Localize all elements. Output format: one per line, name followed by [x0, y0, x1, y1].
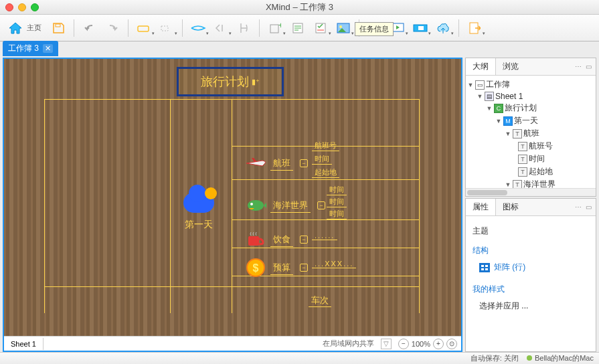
outline-tree[interactable]: ▼▭工作簿 ▼▤Sheet 1 ▼C旅行计划 ▼M第一天 ▼T航班 T航班号 T… — [466, 76, 596, 188]
svg-rect-3 — [270, 25, 278, 33]
share-status: 在局域网内共享 — [323, 339, 378, 349]
fish-icon — [245, 196, 266, 215]
tree-origin: T起始地 — [467, 165, 594, 178]
root-label: 旅行计划 — [201, 74, 249, 90]
day-topic[interactable]: 第一天 — [183, 193, 214, 231]
matrix-icon — [479, 263, 490, 272]
sheet-tab[interactable]: Sheet 1 — [4, 338, 44, 350]
day-label: 第一天 — [183, 219, 214, 231]
svg-rect-1 — [138, 26, 149, 31]
svg-point-14 — [248, 200, 264, 211]
undo-button[interactable] — [80, 19, 100, 37]
topic-button[interactable]: ▾ — [134, 19, 154, 37]
relationship-button[interactable]: ▾ — [188, 19, 208, 37]
structure-row: 结构 — [473, 242, 589, 259]
insert-button[interactable]: +▾ — [265, 19, 285, 37]
file-tab[interactable]: 工作簿 3 ✕ — [3, 41, 58, 56]
save-button[interactable] — [48, 19, 68, 37]
boundary-button[interactable]: ▾ — [211, 19, 231, 37]
collapse-icon[interactable]: − — [300, 264, 308, 272]
canvas-area: 旅行计划 ▮⁺ 第一天 航班 − 航班号 时间 起始地 海洋世界 − — [3, 58, 462, 352]
window-title: XMind – 工作簿 3 — [0, 1, 599, 13]
svg-rect-16 — [248, 236, 259, 246]
matrix-option[interactable]: 矩阵 (行) — [473, 259, 589, 276]
ocean-sub-0[interactable]: 时间 — [327, 185, 347, 195]
tree-workbook: ▼▭工作簿 — [467, 78, 594, 91]
ocean-sub-2[interactable]: 时间 — [327, 209, 347, 219]
fit-button[interactable]: ⊙ — [446, 339, 457, 349]
tree-day: ▼M第一天 — [467, 114, 594, 127]
file-tab-label: 工作簿 3 — [8, 43, 39, 54]
ocean-sub-1[interactable]: 时间 — [327, 197, 347, 207]
autosave-status: 自动保存: 关闭 — [470, 353, 519, 363]
mindmap-canvas[interactable]: 旅行计划 ▮⁺ 第一天 航班 − 航班号 时间 起始地 海洋世界 − — [4, 59, 461, 336]
cup-icon — [245, 230, 266, 249]
tab-props[interactable]: 属性 — [466, 199, 496, 215]
collapse-icon[interactable]: − — [300, 159, 308, 167]
tab-outline[interactable]: 大纲 — [466, 58, 496, 75]
subtopic-button[interactable]: ▾ — [157, 19, 177, 37]
tree-ocean: ▼T海洋世界 — [467, 178, 594, 188]
apply-style[interactable]: 选择并应用 ... — [473, 298, 589, 314]
mystyle-row: 我的样式 — [473, 281, 589, 298]
collapse-icon[interactable]: − — [300, 236, 308, 244]
budget-topic[interactable]: $ 预算 − — [245, 258, 308, 277]
online-dot-icon — [527, 355, 532, 361]
panel-min-icon[interactable]: ▭ — [586, 63, 592, 70]
flight-sub-2[interactable]: 起始地 — [312, 167, 339, 178]
topic-heading: 主题 — [473, 225, 589, 237]
food-topic[interactable]: 饮食 − — [245, 230, 308, 249]
tree-sheet: ▼▤Sheet 1 — [467, 91, 594, 102]
tree-time: T时间 — [467, 153, 594, 165]
food-label: 饮食 — [270, 233, 293, 247]
svg-rect-6 — [316, 23, 325, 33]
sheet-bar: Sheet 1 在局域网内共享 ▽ − 100% + ⊙ — [4, 336, 461, 351]
props-panel: 属性 图标 ⋯▭ 主题 结构 矩阵 (行) 我的样式 选择并应用 ... — [465, 198, 596, 352]
zoom-out-button[interactable]: − — [398, 339, 409, 349]
task-info-button[interactable]: ▾ — [311, 19, 331, 37]
tab-browse[interactable]: 浏览 — [496, 58, 525, 75]
root-topic[interactable]: 旅行计划 ▮⁺ — [177, 67, 284, 96]
flight-topic[interactable]: 航班 − — [245, 154, 308, 173]
home-button[interactable] — [5, 19, 25, 37]
svg-point-8 — [339, 25, 342, 28]
flight-sub-1[interactable]: 时间 — [312, 154, 332, 165]
filter-icon[interactable]: ▽ — [381, 339, 392, 349]
flight-label: 航班 — [270, 157, 293, 171]
toolbar: 主页 ▾ ▾ ▾ ▾ +▾ ▾ ▾ ▾ ▾ ▾ ▾ — [0, 15, 599, 41]
svg-text:$: $ — [253, 262, 259, 274]
sun-icon — [205, 187, 217, 199]
panel-min-icon[interactable]: ▭ — [586, 203, 592, 211]
image-button[interactable]: ▾ — [333, 19, 353, 37]
tooltip: 任务信息 — [355, 22, 394, 36]
collapse-icon[interactable]: − — [317, 201, 325, 209]
coin-icon: $ — [245, 258, 266, 277]
panel-menu-icon[interactable]: ⋯ — [575, 63, 582, 70]
user-status: Bella的Mac的Mac — [527, 353, 594, 363]
home-label: 主页 — [27, 23, 41, 33]
tab-icons[interactable]: 图标 — [496, 199, 525, 215]
panel-menu-icon[interactable]: ⋯ — [575, 203, 582, 211]
redo-button[interactable] — [102, 19, 122, 37]
notes-button[interactable] — [288, 19, 308, 37]
drill-down-button[interactable]: ▾ — [410, 19, 430, 37]
file-tabs: 工作簿 3 ✕ — [0, 41, 599, 56]
budget-sub-0[interactable]: ...XXX... — [312, 260, 356, 268]
ocean-label: 海洋世界 — [270, 199, 311, 213]
airplane-icon — [245, 154, 266, 173]
train-label[interactable]: 车次 — [309, 294, 331, 307]
summary-button[interactable] — [234, 19, 254, 37]
share-button[interactable]: ▾ — [433, 19, 453, 37]
outline-scrollbar[interactable] — [466, 188, 596, 196]
tree-root: ▼C旅行计划 — [467, 102, 594, 114]
titlebar: XMind – 工作簿 3 — [0, 0, 599, 15]
svg-text:+: + — [278, 22, 281, 30]
flight-sub-0[interactable]: 航班号 — [312, 141, 339, 151]
export-button[interactable]: ▾ — [464, 19, 485, 37]
zoom-in-button[interactable]: + — [433, 339, 444, 349]
close-tab-icon[interactable]: ✕ — [43, 44, 53, 53]
food-sub-0[interactable]: ...... — [312, 232, 337, 240]
outline-panel: 大纲 浏览 ⋯▭ ▼▭工作簿 ▼▤Sheet 1 ▼C旅行计划 ▼M第一天 ▼T… — [465, 58, 596, 197]
ocean-topic[interactable]: 海洋世界 − — [245, 196, 325, 215]
tree-flight: ▼T航班 — [467, 127, 594, 140]
